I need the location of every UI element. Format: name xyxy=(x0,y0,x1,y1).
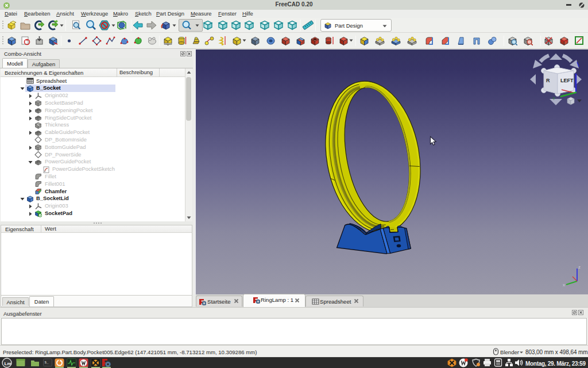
svg-text:$_: $_ xyxy=(45,361,49,365)
svg-text:LEFT: LEFT xyxy=(560,78,574,83)
svg-text:z: z xyxy=(578,264,581,270)
svg-text:Y: Y xyxy=(552,96,555,101)
svg-text:Lm: Lm xyxy=(5,361,11,366)
svg-text:x: x xyxy=(563,282,565,288)
svg-text:R: R xyxy=(546,78,550,83)
